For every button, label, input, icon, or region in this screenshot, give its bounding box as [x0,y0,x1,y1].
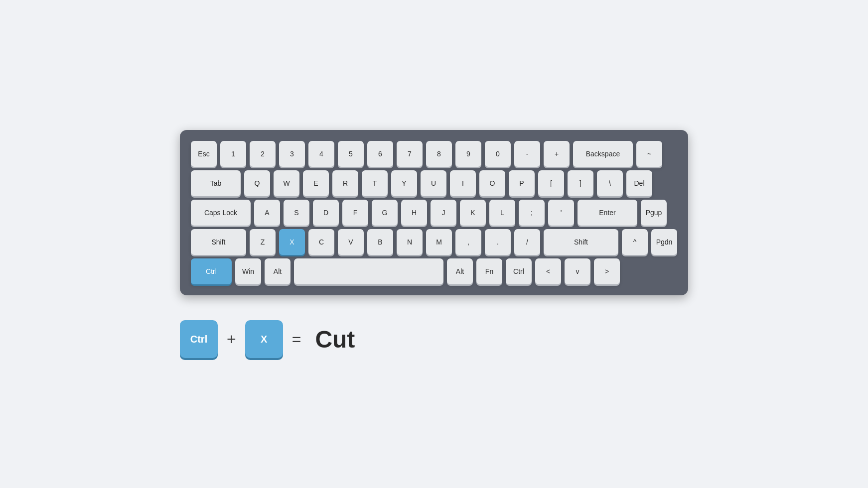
key-t[interactable]: T [362,170,388,196]
key-m[interactable]: M [426,229,452,255]
key-k[interactable]: K [460,200,486,226]
shortcut-x-key: X [245,320,283,358]
key-c[interactable]: C [308,229,334,255]
key-alt[interactable]: Alt [265,258,290,284]
key-~[interactable]: ~ [636,141,662,167]
key-o[interactable]: O [479,170,505,196]
key-8[interactable]: 8 [426,141,452,167]
key-l[interactable]: L [489,200,515,226]
key-tab[interactable]: Tab [191,170,241,196]
key-alt[interactable]: Alt [447,258,473,284]
key-g[interactable]: G [372,200,398,226]
key-z[interactable]: Z [250,229,276,255]
key-x[interactable]: X [279,229,305,255]
key-pgdn[interactable]: Pgdn [651,229,677,255]
key-f[interactable]: F [342,200,368,226]
key-<[interactable]: < [535,258,561,284]
key-^[interactable]: ^ [622,229,648,255]
keyboard-container: Esc1234567890-+Backspace~TabQWERTYUIOP[]… [180,130,688,358]
key-.[interactable]: . [485,229,511,255]
key-r[interactable]: R [332,170,358,196]
key-row-row2: TabQWERTYUIOP[]\Del [191,170,677,196]
key-del[interactable]: Del [626,170,652,196]
key-1[interactable]: 1 [220,141,246,167]
key-s[interactable]: S [284,200,309,226]
key-2[interactable]: 2 [250,141,276,167]
key--[interactable]: - [514,141,540,167]
key-shift[interactable]: Shift [191,229,246,255]
key-b[interactable]: B [367,229,393,255]
key-'[interactable]: ' [548,200,574,226]
key-p[interactable]: P [509,170,535,196]
key-q[interactable]: Q [244,170,270,196]
key-,[interactable]: , [455,229,481,255]
key-w[interactable]: W [274,170,299,196]
key-[[interactable]: [ [538,170,564,196]
key-n[interactable]: N [397,229,423,255]
shortcut-ctrl-key: Ctrl [180,320,218,358]
key-ctrl[interactable]: Ctrl [191,258,232,284]
key-/[interactable]: / [514,229,540,255]
key-0[interactable]: 0 [485,141,511,167]
key-backspace[interactable]: Backspace [573,141,633,167]
key-esc[interactable]: Esc [191,141,217,167]
key-5[interactable]: 5 [338,141,364,167]
key-][interactable]: ] [568,170,593,196]
key-7[interactable]: 7 [397,141,423,167]
key-shift[interactable]: Shift [544,229,618,255]
shortcut-action-label: Cut [315,326,355,353]
key-4[interactable]: 4 [308,141,334,167]
key-j[interactable]: J [431,200,456,226]
key-row-row4: ShiftZXCVBNM,./Shift^Pgdn [191,229,677,255]
key-v[interactable]: v [565,258,590,284]
key-fn[interactable]: Fn [476,258,502,284]
shortcut-display: Ctrl + X = Cut [180,320,688,358]
key-y[interactable]: Y [391,170,417,196]
key-row-row3: Caps LockASDFGHJKL;'EnterPgup [191,200,677,226]
shortcut-equals-symbol: = [292,330,301,349]
key-6[interactable]: 6 [367,141,393,167]
key-win[interactable]: Win [235,258,261,284]
key-3[interactable]: 3 [279,141,305,167]
keyboard-keys: Esc1234567890-+Backspace~TabQWERTYUIOP[]… [191,141,677,284]
key-i[interactable]: I [450,170,476,196]
key-d[interactable]: D [313,200,339,226]
key-9[interactable]: 9 [455,141,481,167]
key-spacebar[interactable] [294,258,443,284]
key-a[interactable]: A [254,200,280,226]
key-e[interactable]: E [303,170,329,196]
key-caps-lock[interactable]: Caps Lock [191,200,251,226]
key->[interactable]: > [594,258,620,284]
key-enter[interactable]: Enter [578,200,637,226]
key-u[interactable]: U [421,170,446,196]
key-row-row5: CtrlWinAltAltFnCtrl<v> [191,258,677,284]
shortcut-plus-symbol: + [227,330,236,349]
key-ctrl[interactable]: Ctrl [506,258,532,284]
keyboard-board: Esc1234567890-+Backspace~TabQWERTYUIOP[]… [180,130,688,295]
key-\[interactable]: \ [597,170,623,196]
key-;[interactable]: ; [519,200,545,226]
key-+[interactable]: + [544,141,570,167]
key-row-row1: Esc1234567890-+Backspace~ [191,141,677,167]
key-h[interactable]: H [401,200,427,226]
key-v[interactable]: V [338,229,364,255]
key-pgup[interactable]: Pgup [641,200,667,226]
